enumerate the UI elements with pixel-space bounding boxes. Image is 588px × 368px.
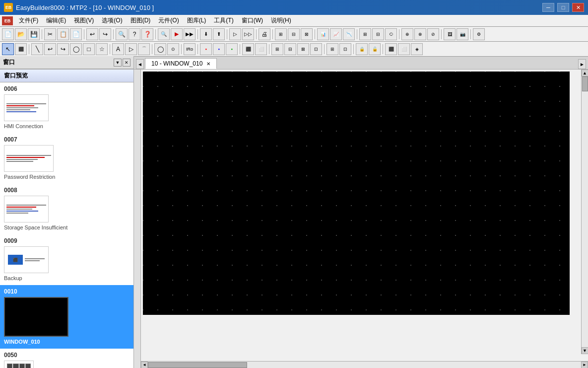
tb-text[interactable]: A xyxy=(112,43,124,55)
tb-align1[interactable]: ⊞ xyxy=(271,43,283,55)
tb-arc[interactable]: ⌒ xyxy=(138,43,150,55)
tb-extra2[interactable]: ⊕ xyxy=(401,28,413,40)
tb-data1[interactable]: ⊞ xyxy=(359,28,371,40)
tb-misc1[interactable]: ⬛ xyxy=(385,43,397,55)
canvas-scrollbar-horizontal[interactable]: ◄ ► xyxy=(141,361,588,368)
tb-extra1[interactable]: ⏲ xyxy=(385,28,397,40)
tb-upload[interactable]: ⬆ xyxy=(213,28,225,40)
tb-align3[interactable]: ⊠ xyxy=(297,43,309,55)
canvas-scrollbar-vertical[interactable]: ▲ ▼ xyxy=(581,70,588,354)
tb-open[interactable]: 📂 xyxy=(15,28,27,40)
tb-data2[interactable]: ⊟ xyxy=(372,28,384,40)
tb-arrow[interactable]: ▷ xyxy=(125,43,137,55)
tb-compile[interactable]: ▶ xyxy=(171,28,183,40)
tab-close-btn[interactable]: ✕ xyxy=(206,61,210,67)
tb-img2[interactable]: 📷 xyxy=(457,28,468,40)
hscroll-thumb[interactable] xyxy=(148,362,247,368)
menu-window[interactable]: 窗口(W) xyxy=(238,15,267,26)
tb-sim[interactable]: ▷ xyxy=(229,28,241,40)
close-button[interactable]: ✕ xyxy=(572,3,584,12)
tb-shape1[interactable]: ◯ xyxy=(154,43,166,55)
tb-redo[interactable]: ↪ xyxy=(99,28,111,40)
menu-edit[interactable]: 编辑(E) xyxy=(42,15,70,26)
tb-save[interactable]: 💾 xyxy=(28,28,40,40)
tb-rect[interactable]: □ xyxy=(83,43,95,55)
tb-img1[interactable]: 🖼 xyxy=(444,28,456,40)
tb-align2[interactable]: ⊟ xyxy=(284,43,296,55)
tb-z1[interactable]: ⬛ xyxy=(242,43,254,55)
canvas-scroll-area[interactable] xyxy=(141,70,588,361)
tb-download[interactable]: ⬇ xyxy=(200,28,212,40)
sidebar-float-btn[interactable]: ▼ xyxy=(114,59,122,67)
tb-settings1[interactable]: ⊞ xyxy=(275,28,287,40)
tab-nav-left[interactable]: ◄ xyxy=(136,59,144,69)
tb-lock1[interactable]: 🔒 xyxy=(356,43,368,55)
menu-element[interactable]: 元件(O) xyxy=(154,15,183,26)
sidebar-item-0007[interactable]: 0007 Password Restriction xyxy=(0,133,133,184)
tab-window-010[interactable]: 10 - WINDOW_010 ✕ xyxy=(145,58,217,69)
tb-extra3[interactable]: ⊗ xyxy=(414,28,426,40)
tb-chart1[interactable]: 📊 xyxy=(317,28,329,40)
tb-settings3[interactable]: ⊠ xyxy=(301,28,313,40)
hscroll-right-btn[interactable]: ► xyxy=(581,362,588,368)
tb-misc2[interactable]: ⬜ xyxy=(398,43,410,55)
vscroll-down-btn[interactable]: ▼ xyxy=(582,347,588,354)
tb-t1[interactable]: IRo xyxy=(184,43,196,55)
vscroll-thumb[interactable] xyxy=(582,76,588,91)
menu-tools[interactable]: 工具(T) xyxy=(210,15,237,26)
tb-search[interactable]: 🔍 xyxy=(158,28,170,40)
menu-help[interactable]: 说明(H) xyxy=(267,15,295,26)
tb-grid2[interactable]: ⊡ xyxy=(339,43,351,55)
sidebar-item-0050[interactable]: 0050 xyxy=(0,349,133,368)
tb-help[interactable]: ? xyxy=(129,28,140,40)
sidebar-content[interactable]: 0006 HMI Connection 0007 xyxy=(0,82,133,368)
sidebar-item-0010[interactable]: 0010 WINDOW_010 xyxy=(0,285,133,349)
tb-chart3[interactable]: 📉 xyxy=(343,28,355,40)
tb-select[interactable]: ↖ xyxy=(2,43,14,55)
maximize-button[interactable]: □ xyxy=(557,3,569,12)
menu-library[interactable]: 图库(L) xyxy=(183,15,210,26)
tab-nav-right[interactable]: ► xyxy=(578,59,586,69)
tb-settings2[interactable]: ⊟ xyxy=(288,28,300,40)
tb-grid1[interactable]: ⊞ xyxy=(327,43,338,55)
tb-fill3[interactable]: ▪ xyxy=(226,43,238,55)
tb-misc3[interactable]: ◈ xyxy=(411,43,423,55)
sidebar-item-0006[interactable]: 0006 HMI Connection xyxy=(0,82,133,133)
tb-bezier[interactable]: ↪ xyxy=(57,43,69,55)
tb-align4[interactable]: ⊡ xyxy=(310,43,322,55)
tb-fill1[interactable]: ▪ xyxy=(200,43,212,55)
tb-print[interactable]: 🖨 xyxy=(259,28,270,40)
menu-file[interactable]: 文件(F) xyxy=(15,15,42,26)
tb-circle[interactable]: ◯ xyxy=(70,43,82,55)
sidebar-item-0008[interactable]: 0008 Storage Space Insufficient xyxy=(0,184,133,234)
tb-new[interactable]: 📄 xyxy=(2,28,14,40)
hscroll-left-btn[interactable]: ◄ xyxy=(141,362,148,368)
tb-fill2[interactable]: ▪ xyxy=(213,43,225,55)
vscroll-up-btn[interactable]: ▲ xyxy=(582,70,588,76)
tb-paste[interactable]: 📄 xyxy=(70,28,82,40)
canvas-container[interactable]: ▲ ▼ xyxy=(141,70,588,361)
menu-diagram[interactable]: 图图(D) xyxy=(127,15,155,26)
tb-lock2[interactable]: 🔓 xyxy=(369,43,381,55)
tb-undo[interactable]: ↩ xyxy=(86,28,98,40)
sidebar-close-btn[interactable]: ✕ xyxy=(123,59,131,67)
tb-help2[interactable]: ❓ xyxy=(141,28,153,40)
menu-options[interactable]: 选项(O) xyxy=(98,15,126,26)
tb-curve[interactable]: ↩ xyxy=(44,43,56,55)
tb-z2[interactable]: ⬜ xyxy=(255,43,267,55)
tb-cut[interactable]: ✂ xyxy=(44,28,56,40)
tb-copy[interactable]: 📋 xyxy=(57,28,69,40)
menu-view[interactable]: 视图(V) xyxy=(70,15,98,26)
tb-cfg1[interactable]: ⚙ xyxy=(473,28,485,40)
minimize-button[interactable]: ─ xyxy=(542,3,554,12)
tb-poly[interactable]: ☆ xyxy=(96,43,108,55)
tb-line[interactable]: ╲ xyxy=(31,43,43,55)
tb-shape2[interactable]: ⊙ xyxy=(167,43,179,55)
tb-chart2[interactable]: 📈 xyxy=(330,28,342,40)
sidebar-item-0009[interactable]: 0009 ⬛ Backup xyxy=(0,234,133,285)
tb-extra4[interactable]: ⊘ xyxy=(427,28,439,40)
tb-zoom[interactable]: 🔍 xyxy=(116,28,128,40)
tb-sim2[interactable]: ▷▷ xyxy=(242,28,254,40)
tb-edit2[interactable]: ⬛ xyxy=(15,43,27,55)
tb-build[interactable]: ▶▶ xyxy=(184,28,196,40)
